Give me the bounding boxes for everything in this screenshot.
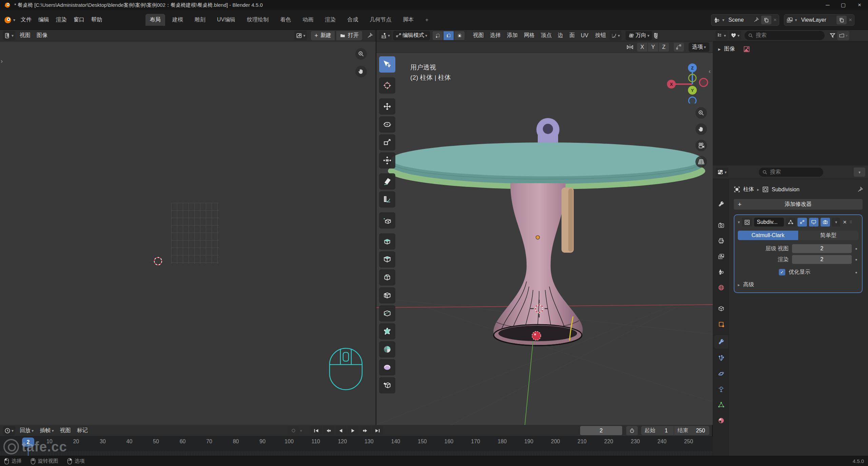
image-browse-button[interactable]: ▾ — [294, 31, 307, 40]
scene-name[interactable]: Scene — [726, 17, 751, 23]
tool-rotate[interactable] — [379, 116, 395, 133]
advanced-section[interactable]: ▸ 高级 — [738, 281, 859, 288]
tool-loop-cut[interactable] — [379, 287, 395, 304]
modifier-name-field[interactable]: Subdiv... — [754, 218, 784, 227]
breadcrumb-object[interactable]: 柱体 — [743, 186, 754, 193]
copy-viewlayer-button[interactable] — [836, 16, 847, 24]
editor-type-button[interactable]: ▾ — [379, 31, 392, 40]
pin-icon[interactable] — [753, 17, 759, 23]
open-image-button[interactable]: 打开 — [336, 31, 362, 40]
properties-tab-world[interactable] — [714, 281, 728, 294]
show-in-editmode-toggle[interactable] — [797, 218, 807, 227]
tool-bevel[interactable] — [379, 269, 395, 286]
orientation-dropdown[interactable]: 万向 ▾ — [626, 31, 652, 40]
pan-button[interactable] — [355, 66, 367, 77]
zoom-button[interactable] — [355, 48, 367, 60]
viewport-menu-选择[interactable]: 选择 — [487, 31, 504, 40]
viewport-menu-添加[interactable]: 添加 — [504, 31, 521, 40]
animate-dot[interactable]: ● — [855, 257, 859, 261]
workspace-tab-脚本[interactable]: 脚本 — [398, 14, 418, 26]
maximize-button[interactable]: ▢ — [835, 2, 851, 8]
falloff-dropdown[interactable]: ▾ — [610, 31, 622, 40]
play-reverse-button[interactable] — [335, 426, 347, 435]
workspace-tab-动画[interactable]: 动画 — [298, 14, 318, 26]
tool-move[interactable] — [379, 98, 395, 115]
properties-tab-view-layer[interactable] — [714, 250, 728, 263]
tool-measure[interactable] — [379, 191, 395, 208]
image-editor-menu-图像[interactable]: 图像 — [34, 31, 51, 40]
options-dropdown[interactable]: 选项▾ — [689, 42, 709, 52]
jump-to-end-button[interactable] — [372, 426, 383, 435]
drag-handle[interactable]: ⠿ — [849, 220, 853, 225]
timeline-menu-标记[interactable]: 标记 — [74, 426, 91, 435]
viewlayer-selector[interactable]: ▾ ViewLayer × — [784, 14, 854, 26]
optimal-display-checkbox[interactable]: ✓ — [779, 269, 785, 275]
play-button[interactable] — [348, 426, 359, 435]
jump-to-start-button[interactable] — [311, 426, 322, 435]
viewport-menu-顶点[interactable]: 顶点 — [538, 31, 555, 40]
viewlayer-name[interactable]: ViewLayer — [799, 17, 834, 23]
properties-tab-modifiers[interactable] — [714, 335, 728, 349]
properties-tab-scene[interactable] — [714, 265, 728, 279]
new-collection-button[interactable]: ▾ — [837, 31, 849, 40]
face-select-button[interactable] — [454, 31, 465, 40]
timeline-ruler[interactable]: 1020304050607080901001101201301401501601… — [0, 436, 713, 456]
animate-dot[interactable]: ● — [855, 270, 859, 274]
realtime-display-toggle[interactable] — [809, 218, 818, 227]
viewport-zoom-button[interactable] — [695, 107, 707, 119]
snap-magnet-icon[interactable] — [653, 32, 657, 39]
proportional-edit-button[interactable] — [674, 43, 684, 52]
viewport-menu-视图[interactable]: 视图 — [470, 31, 487, 40]
viewport-pan-button[interactable] — [695, 123, 707, 135]
properties-tab-physics[interactable] — [714, 367, 728, 381]
mirror-x-toggle[interactable]: X — [637, 43, 647, 52]
expand-arrow[interactable]: ▸ — [718, 46, 721, 52]
vertex-select-button[interactable] — [433, 31, 443, 40]
workspace-tab-着色[interactable]: 着色 — [276, 14, 295, 26]
render-toggle[interactable] — [821, 218, 830, 227]
properties-search-input[interactable]: 搜索 — [759, 168, 823, 177]
tool-smooth[interactable] — [379, 359, 395, 375]
properties-tab-particles[interactable] — [714, 351, 728, 365]
properties-options-button[interactable]: ▾ — [854, 168, 865, 177]
close-button[interactable]: × — [851, 2, 868, 8]
timeline-menu-回放[interactable]: 回放 ▾ — [17, 426, 37, 435]
workspace-tab-合成[interactable]: 合成 — [343, 14, 362, 26]
properties-tab-data[interactable] — [714, 398, 728, 412]
tool-spin[interactable] — [379, 341, 395, 357]
tool-transform[interactable] — [379, 152, 395, 169]
viewport-menu-面[interactable]: 面 — [566, 31, 578, 40]
viewport-menu-边[interactable]: 边 — [555, 31, 566, 40]
show-on-cage-toggle[interactable] — [786, 218, 795, 227]
properties-tab-tool[interactable] — [714, 197, 728, 211]
breadcrumb-modifier[interactable]: Subdivision — [772, 187, 800, 193]
image-editor-menu-视图[interactable]: 视图 — [17, 31, 34, 40]
next-keyframe-button[interactable] — [360, 426, 371, 435]
workspace-tab-几何节点[interactable]: 几何节点 — [365, 14, 396, 26]
tool-poly-build[interactable] — [379, 323, 395, 339]
tool-scale[interactable] — [379, 134, 395, 151]
catmull-clark-button[interactable]: Catmull-Clark — [738, 231, 798, 240]
edge-select-button[interactable] — [443, 31, 454, 40]
tool-cursor[interactable] — [379, 77, 395, 94]
viewport-3d[interactable]: ▾ 编辑模式 ▾ 视图选择添加网格顶点边面UV 按钮 ▾ 万向 ▾ — [376, 30, 713, 425]
workspace-tab-雕刻[interactable]: 雕刻 — [190, 14, 210, 26]
stopwatch-button[interactable] — [626, 426, 638, 435]
outliner-search-input[interactable]: 搜索 — [745, 31, 825, 40]
editor-type-button[interactable]: ▾ — [3, 426, 15, 435]
blender-menu-button[interactable]: ▾ — [3, 16, 15, 24]
pin-icon[interactable] — [857, 187, 863, 193]
sidebar-expand-arrow[interactable]: › — [1, 58, 3, 65]
topbar-menu-渲染[interactable]: 渲染 — [53, 14, 70, 25]
outliner-row-image[interactable]: ▸ 图像 — [713, 41, 868, 53]
properties-tab-object[interactable] — [714, 317, 728, 331]
mirror-y-toggle[interactable]: Y — [648, 43, 658, 52]
camera-view-button[interactable] — [695, 140, 707, 151]
workspace-tab-UV编辑[interactable]: UV编辑 — [213, 14, 240, 26]
properties-tab-collection[interactable] — [714, 302, 728, 315]
display-mode-dropdown[interactable]: ▾ — [715, 31, 728, 40]
topbar-menu-窗口[interactable]: 窗口 — [70, 14, 88, 25]
viewport-menu-网格[interactable]: 网格 — [521, 31, 538, 40]
simple-button[interactable]: 简单型 — [798, 231, 859, 240]
minimize-button[interactable]: ─ — [820, 2, 835, 8]
